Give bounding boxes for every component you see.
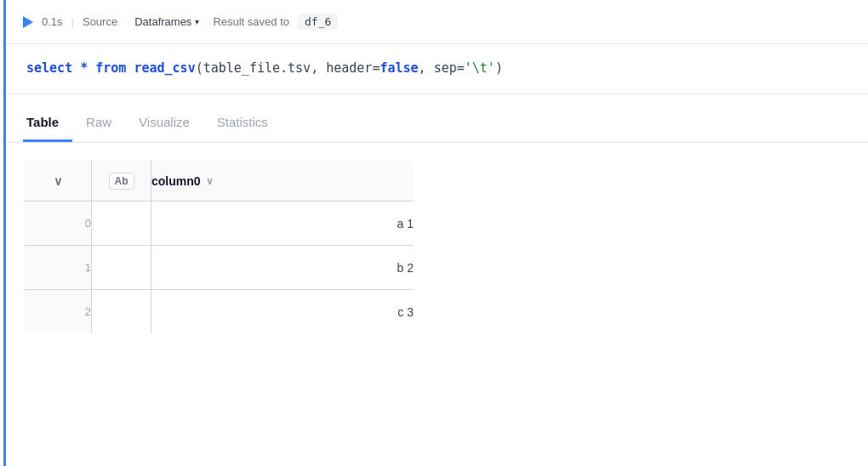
code-editor[interactable]: select * from read_csv(table_file.tsv, h…: [6, 44, 868, 94]
dropdown-chevron-icon: ▾: [195, 17, 199, 26]
code-comma1: ,: [311, 60, 326, 76]
code-keyword-select: select: [26, 60, 72, 76]
type-header[interactable]: Ab: [92, 161, 151, 202]
column0-sort-icon: ∨: [206, 175, 214, 187]
table-row: 0 a 1: [24, 202, 414, 246]
tabs-container: Table Raw Visualize Statistics: [6, 94, 868, 143]
row-0-index: 0: [24, 202, 92, 246]
row-2-type: [92, 290, 151, 334]
dataframes-dropdown[interactable]: Dataframes ▾: [126, 14, 204, 30]
toolbar-divider-1: |: [71, 15, 74, 28]
run-button[interactable]: [23, 16, 33, 28]
column0-header[interactable]: column0 ∨: [151, 161, 414, 202]
tab-raw[interactable]: Raw: [83, 108, 125, 142]
play-icon: [23, 16, 33, 28]
row-1-value: b 2: [151, 246, 414, 290]
table-row: 1 b 2: [24, 246, 414, 290]
type-badge: Ab: [109, 173, 134, 190]
tab-table[interactable]: Table: [23, 108, 72, 142]
code-file-arg: table_file.tsv: [203, 60, 311, 76]
dataframes-label: Dataframes: [134, 15, 191, 28]
table-row: 2 c 3: [24, 290, 414, 334]
execution-time: 0.1s: [42, 15, 63, 28]
code-param2-value: '\t': [465, 60, 495, 76]
row-1-index: 1: [24, 246, 92, 290]
tabs-divider: [6, 142, 868, 143]
row-0-type: [92, 202, 151, 246]
code-param2-name: sep: [434, 60, 457, 76]
index-chevron-icon: ∨: [54, 174, 62, 188]
code-comma2: ,: [419, 60, 434, 76]
dataframe-name: df_6: [298, 14, 338, 30]
data-table: ∨ Ab column0 ∨: [23, 160, 414, 334]
column0-name: column0: [151, 174, 201, 188]
code-param1-name: header: [326, 60, 372, 76]
toolbar: 0.1s | Source Dataframes ▾ Result saved …: [6, 0, 868, 44]
table-area: ∨ Ab column0 ∨: [6, 143, 868, 466]
app-container: 0.1s | Source Dataframes ▾ Result saved …: [0, 0, 868, 466]
result-text: Result saved to: [213, 15, 289, 28]
row-2-value: c 3: [151, 290, 414, 334]
table-header-row: ∨ Ab column0 ∨: [24, 161, 414, 202]
code-eq2: =: [457, 60, 465, 76]
code-keyword-from: from: [95, 60, 126, 76]
code-function-name: read_csv: [134, 60, 195, 76]
code-paren-close: ): [495, 60, 503, 76]
tab-statistics[interactable]: Statistics: [214, 108, 282, 142]
tab-visualize[interactable]: Visualize: [135, 108, 203, 142]
tab-bar: Table Raw Visualize Statistics: [23, 94, 851, 142]
code-paren-open: (: [196, 60, 203, 76]
row-1-type: [92, 246, 151, 290]
index-header[interactable]: ∨: [24, 161, 92, 202]
row-2-index: 2: [24, 290, 92, 334]
source-label: Source: [83, 15, 117, 28]
row-0-value: a 1: [151, 202, 414, 246]
code-star: *: [80, 60, 88, 76]
main-panel: 0.1s | Source Dataframes ▾ Result saved …: [3, 0, 868, 466]
code-param1-value: false: [380, 60, 418, 76]
